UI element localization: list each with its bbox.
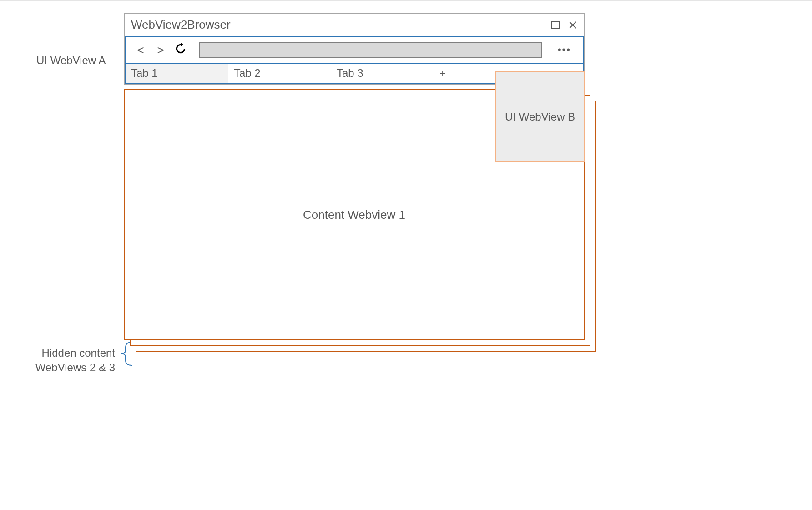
new-tab-button[interactable]: + (434, 64, 493, 83)
reload-icon[interactable] (175, 43, 187, 58)
page-top-rule (0, 0, 812, 1)
titlebar: WebView2Browser (125, 14, 584, 36)
maximize-icon[interactable] (551, 20, 560, 30)
address-bar[interactable] (199, 42, 542, 58)
svg-rect-1 (552, 21, 559, 29)
diagram-canvas: UI WebView A Hidden content WebViews 2 &… (0, 0, 812, 510)
more-options-icon[interactable]: ••• (555, 44, 574, 56)
window-title: WebView2Browser (131, 18, 231, 32)
minimize-icon[interactable] (533, 20, 543, 30)
back-button[interactable]: < (135, 43, 146, 57)
content-webview-1-label: Content Webview 1 (125, 208, 584, 222)
ui-webview-b-label: UI WebView B (505, 111, 575, 123)
tab-label: Tab 1 (131, 67, 158, 80)
tab-2[interactable]: Tab 2 (228, 64, 331, 83)
label-hidden-content: Hidden content WebViews 2 & 3 (24, 346, 115, 375)
label-hidden-content-line1: Hidden content (42, 347, 115, 359)
label-ui-webview-a: UI WebView A (36, 54, 106, 67)
toolbar: < > ••• (125, 37, 584, 64)
close-icon[interactable] (568, 20, 577, 30)
tab-label: Tab 2 (234, 67, 261, 80)
forward-button[interactable]: > (155, 43, 166, 57)
plus-icon: + (439, 67, 446, 80)
tab-3[interactable]: Tab 3 (331, 64, 434, 83)
tab-1[interactable]: Tab 1 (126, 64, 228, 83)
ui-webview-b-panel: UI WebView B (495, 71, 585, 162)
tab-label: Tab 3 (337, 67, 363, 80)
label-hidden-content-line2: WebViews 2 & 3 (35, 361, 115, 374)
